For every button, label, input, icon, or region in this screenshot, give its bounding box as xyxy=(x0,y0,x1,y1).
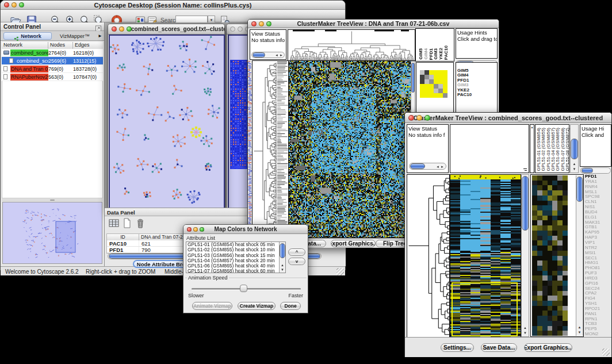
network-row[interactable]: DNA and Tran 07769(0)183728(0) xyxy=(2,65,103,73)
zoom-window-icon[interactable] xyxy=(266,21,271,26)
panel-splitter[interactable] xyxy=(2,199,103,201)
tv2-labels-vscroll[interactable]: ▲ ▼ xyxy=(570,124,579,173)
main-titlebar[interactable]: Cytoscape Desktop (Session Name: collins… xyxy=(1,1,345,10)
treeview2-titlebar[interactable]: ClusterMaker TreeView : combined_scores_… xyxy=(405,113,611,123)
tv2-gene-label[interactable]: GTB1 xyxy=(585,225,611,230)
zoom-window-icon[interactable] xyxy=(200,227,204,232)
minimize-icon[interactable] xyxy=(416,115,422,121)
move-up-button[interactable]: ^ xyxy=(288,248,305,256)
move-down-button[interactable]: v xyxy=(288,258,305,265)
tv2-gene-label[interactable]: GPI16 xyxy=(585,281,611,286)
tv2-gene-label[interactable]: KAP95 xyxy=(585,230,611,235)
tv2-gene-label[interactable]: MSI1 xyxy=(585,251,611,256)
tv2-usage-scroll[interactable] xyxy=(580,167,611,174)
close-icon[interactable] xyxy=(4,2,9,7)
tv2-gene-label[interactable]: YSH1 xyxy=(585,301,611,306)
network-canvas-1[interactable] xyxy=(109,35,225,210)
tv2-settings-button[interactable]: Settings... xyxy=(441,343,474,352)
tv1-gene-label[interactable]: GIM3 xyxy=(457,83,472,87)
zoom-window-icon[interactable] xyxy=(19,2,24,7)
tv2-gene-label[interactable]: PAN1 xyxy=(585,312,611,317)
minimize-icon[interactable] xyxy=(238,26,243,32)
tv2-gene-label[interactable]: HAP3 xyxy=(585,235,611,240)
resize-grip[interactable] xyxy=(602,348,610,356)
tv2-row-dendrogram[interactable] xyxy=(407,174,450,338)
tv1-gene-label[interactable]: GIM4 xyxy=(457,73,472,78)
tv2-gene-label[interactable]: MAK31 xyxy=(585,220,611,225)
tv2-gene-label[interactable]: SEC1 xyxy=(585,256,611,261)
new-attribute-icon[interactable] xyxy=(121,218,133,228)
tv1-row-dendrogram[interactable] xyxy=(253,61,277,237)
create-vizmap-button[interactable]: Create Vizmap xyxy=(238,302,276,310)
done-button[interactable]: Done xyxy=(280,302,301,310)
attribute-list-vscroll[interactable]: ▲ ▼ xyxy=(279,242,285,273)
tab-network[interactable]: Network xyxy=(3,32,52,40)
minimize-icon[interactable] xyxy=(12,2,17,7)
tv2-gene-label[interactable]: SPC98 xyxy=(585,194,611,200)
tv2-gene-label[interactable]: TCB3 xyxy=(585,321,611,327)
tv2-gene-label[interactable]: NTR2 xyxy=(585,246,611,251)
tv1-column-label[interactable]: GIM4 xyxy=(424,48,429,60)
tv2-column-dendrogram[interactable] xyxy=(450,124,529,173)
tv2-gene-label[interactable]: VIP1 xyxy=(585,240,611,246)
float-panel-icon[interactable] xyxy=(95,24,102,30)
attribute-item[interactable]: GPL51-02 (GSM855) heat shock 10 min xyxy=(186,247,285,252)
animation-slider-thumb[interactable] xyxy=(240,285,247,292)
tv2-column-label[interactable]: GPL51-06 (GSM865) xyxy=(556,128,560,171)
tv2-zoom-vscroll[interactable]: ▲ ▼ xyxy=(576,175,583,336)
tv2-gene-label[interactable]: HMG1 xyxy=(585,260,611,266)
tv1-column-label[interactable]: YKE2 xyxy=(439,48,443,60)
minimize-icon[interactable] xyxy=(119,26,124,32)
attribute-item[interactable]: GPL51-03 (GSM856) heat shock 15 min xyxy=(186,253,285,258)
tv2-gene-label[interactable]: MSL1 xyxy=(585,190,611,195)
tv2-gene-label[interactable]: HRD3 xyxy=(585,276,611,281)
col-edges[interactable]: Edges xyxy=(73,42,103,49)
tv2-gene-label[interactable]: RPN1 xyxy=(585,317,611,322)
tv2-gene-label[interactable]: ELG1 xyxy=(585,215,611,220)
close-icon[interactable] xyxy=(251,21,257,26)
tab-vizmapper[interactable]: VizMapper™ xyxy=(53,32,96,40)
close-icon[interactable] xyxy=(408,115,414,121)
tv2-view-status-scroll[interactable]: ◄► xyxy=(409,163,446,170)
tv1-column-label[interactable]: PAC10 xyxy=(444,45,449,60)
tab-overflow-icon[interactable]: ► xyxy=(98,33,102,39)
tv2-gene-label[interactable]: PHO81 xyxy=(585,266,611,271)
col-nodes[interactable]: Nodes xyxy=(48,42,73,49)
tv2-global-heatmap[interactable] xyxy=(450,174,521,338)
tv2-label-scroll-strip[interactable]: ▲ xyxy=(530,124,534,173)
tv2-gene-label[interactable]: PFD1 xyxy=(585,174,611,179)
treeview1-titlebar[interactable]: ClusterMaker TreeView : DNA and Tran 07-… xyxy=(248,20,499,28)
scroll-up-icon[interactable]: ▲ xyxy=(571,162,578,166)
tv1-mini-heatmap[interactable] xyxy=(420,70,447,98)
close-icon[interactable] xyxy=(112,26,117,32)
tv1-heatmap[interactable] xyxy=(288,60,411,238)
animate-vizmap-button[interactable]: Animate Vizmap xyxy=(192,302,232,310)
scroll-down-icon[interactable]: ▼ xyxy=(571,167,578,171)
attribute-item[interactable]: GPL51-07 (GSM868) heat shock 60 min xyxy=(186,269,285,273)
close-icon[interactable] xyxy=(230,26,235,32)
tv2-gene-label[interactable]: RNR4 xyxy=(585,185,611,190)
tv1-column-dendrogram[interactable] xyxy=(288,29,415,61)
tv1-gene-label[interactable]: YKE2 xyxy=(457,88,472,93)
scroll-up-icon[interactable]: ▲ xyxy=(280,263,285,267)
tv2-gene-label[interactable]: CPA2 xyxy=(585,291,611,296)
col-network[interactable]: Network xyxy=(2,42,48,49)
resize-grip[interactable] xyxy=(336,268,344,275)
tv1-gene-label[interactable]: PAC10 xyxy=(457,93,472,97)
tv2-column-label[interactable]: GPL51-08 (GSM872) xyxy=(565,128,570,171)
tv2-gene-label[interactable]: SEC24 xyxy=(585,286,611,292)
tv1-export-graphics-button[interactable]: Export Graphics... xyxy=(331,240,376,247)
tv2-zoom-heatmap[interactable] xyxy=(532,175,568,336)
dialog-titlebar[interactable]: Map Colors to Network xyxy=(183,225,308,234)
scroll-up-icon[interactable]: ▲ xyxy=(576,325,583,329)
birdseye-view[interactable] xyxy=(2,202,102,264)
network-row[interactable]: combined_scores2764(0)16218(0) xyxy=(2,49,103,57)
tv2-global-vscroll[interactable]: ▲ ▼ xyxy=(521,174,529,337)
tv2-gene-label[interactable]: RPO21 xyxy=(585,306,611,312)
tv1-gene-label[interactable]: PFD1 xyxy=(457,78,472,83)
minimize-icon[interactable] xyxy=(193,227,198,232)
tv2-gene-label[interactable]: NIS1 xyxy=(585,205,611,210)
tv2-gene-label[interactable]: BUD4 xyxy=(585,210,611,215)
attribute-item[interactable]: GPL51-01 (GSM854) heat shock 05 min xyxy=(186,242,285,247)
tv2-gene-label[interactable]: FIG4 xyxy=(585,296,611,301)
